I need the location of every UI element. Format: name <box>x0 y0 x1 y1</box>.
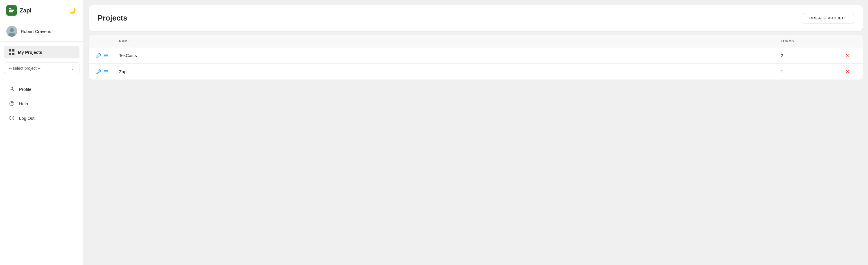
user-name: Robert Cravens <box>21 29 51 34</box>
table-header: NAME FORMS <box>89 35 863 48</box>
page-title: Projects <box>98 14 127 23</box>
svg-point-6 <box>11 87 13 89</box>
col-header-name: NAME <box>119 39 781 43</box>
sidebar-bottom-nav: Profile Help Log Out <box>0 78 84 129</box>
help-icon <box>9 100 15 107</box>
svg-point-8 <box>11 105 12 105</box>
project-forms-zapl: 1 <box>781 69 839 74</box>
logout-label: Log Out <box>19 116 34 121</box>
my-projects-nav-item[interactable]: My Projects <box>4 46 80 58</box>
col-header-actions <box>96 39 119 43</box>
project-selector[interactable]: -- select project -- ⌄ <box>4 62 80 74</box>
dark-mode-button[interactable]: 🌙 <box>68 6 77 15</box>
sidebar-nav: My Projects <box>0 42 84 62</box>
projects-table-card: NAME FORMS TekCasts <box>89 35 863 80</box>
table-row: TekCasts 2 ✕ <box>89 48 863 64</box>
project-name-zapl: Zapl <box>119 69 781 74</box>
sidebar-item-profile[interactable]: Profile <box>4 82 80 96</box>
svg-rect-0 <box>9 8 11 9</box>
profile-label: Profile <box>19 87 31 92</box>
projects-header-card: Projects CREATE PROJECT <box>89 5 863 31</box>
svg-point-4 <box>10 28 14 32</box>
person-icon <box>9 86 15 92</box>
row-actions-zapl <box>96 69 119 74</box>
table-row: Zapl 1 ✕ <box>89 64 863 80</box>
app-title: Zapl <box>20 7 31 14</box>
logo-area: Zapl <box>6 5 31 16</box>
help-label: Help <box>19 101 28 106</box>
settings-icon-zapl[interactable] <box>96 69 101 74</box>
chevron-down-icon: ⌄ <box>71 66 74 71</box>
logo-icon <box>6 5 17 16</box>
sidebar-header: Zapl 🌙 <box>0 0 84 21</box>
project-name-tekcasts: TekCasts <box>119 53 781 58</box>
delete-button-tekcasts[interactable]: ✕ <box>839 53 856 58</box>
sidebar: Zapl 🌙 Robert Cravens My Projects -- sel… <box>0 0 84 265</box>
logout-icon <box>9 115 15 121</box>
svg-rect-1 <box>9 9 14 11</box>
col-header-forms: FORMS <box>781 39 839 43</box>
list-icon-tekcasts[interactable] <box>103 53 108 58</box>
user-section: Robert Cravens <box>0 21 84 42</box>
svg-rect-2 <box>9 11 13 12</box>
main-content: Projects CREATE PROJECT NAME FORMS <box>84 0 868 265</box>
select-project-text: -- select project -- <box>9 66 40 71</box>
sidebar-item-help[interactable]: Help <box>4 97 80 110</box>
sidebar-item-logout[interactable]: Log Out <box>4 111 80 125</box>
my-projects-label: My Projects <box>18 50 42 55</box>
list-icon-zapl[interactable] <box>103 69 108 74</box>
settings-icon-tekcasts[interactable] <box>96 53 101 58</box>
avatar <box>6 26 17 37</box>
row-actions-tekcasts <box>96 53 119 58</box>
create-project-button[interactable]: CREATE PROJECT <box>803 13 854 23</box>
col-header-delete <box>839 39 856 43</box>
delete-button-zapl[interactable]: ✕ <box>839 69 856 74</box>
project-forms-tekcasts: 2 <box>781 53 839 58</box>
grid-icon <box>9 49 14 55</box>
